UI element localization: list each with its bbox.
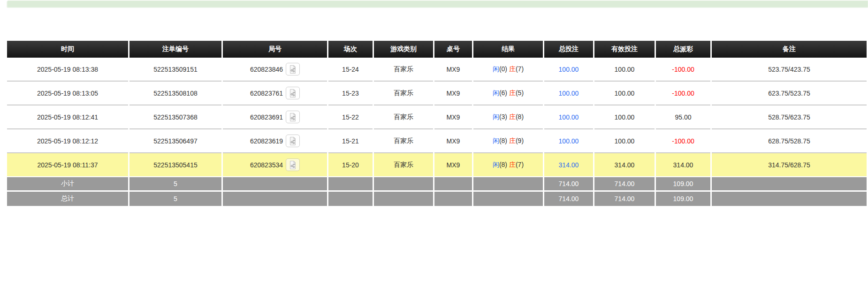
cell-result: 闲(6) 庄(5) (473, 82, 543, 105)
header-cell-payout: 总派彩 (656, 41, 710, 58)
cell-bet-id: 522513505415 (129, 153, 221, 177)
cell-session: 15-21 (328, 129, 373, 153)
cell-payout: -100.00 (656, 82, 710, 105)
cell-round-id: 620823846 (223, 58, 327, 82)
table-header-row: 时间 注单编号 局号 场次 游戏类别 桌号 结果 总投注 有效投注 总派彩 备注 (7, 41, 867, 58)
replay-button[interactable] (286, 63, 300, 75)
replay-button[interactable] (286, 87, 300, 99)
result-player-score: (3) (499, 113, 507, 120)
header-cell-bet-id: 注单编号 (129, 41, 221, 58)
table-row[interactable]: 2025-05-19 08:12:41 522513507368 6208236… (7, 105, 867, 129)
cell-session: 15-23 (328, 82, 373, 105)
header-cell-table-id: 桌号 (434, 41, 472, 58)
cell-payout: -100.00 (656, 58, 710, 82)
summary-empty-cell (434, 192, 472, 206)
cell-round-id: 620823619 (223, 129, 327, 153)
cell-game-type: 百家乐 (374, 129, 433, 153)
total-bet-link[interactable]: 314.00 (559, 161, 579, 169)
subtotal-count: 5 (129, 177, 221, 192)
header-cell-valid-bet: 有效投注 (594, 41, 655, 58)
result-banker-score: (7) (516, 65, 524, 73)
cell-session: 15-22 (328, 105, 373, 129)
cell-result: 闲(8) 庄(7) (473, 153, 543, 177)
bet-records-table-wrap: 时间 注单编号 局号 场次 游戏类别 桌号 结果 总投注 有效投注 总派彩 备注… (6, 41, 868, 206)
video-replay-icon (288, 65, 297, 74)
summary-empty-cell (712, 177, 867, 192)
grand-total-row: 总计 5 714.00 714.00 109.00 (7, 192, 867, 206)
summary-empty-cell (223, 192, 327, 206)
table-summary: 小计 5 714.00 714.00 109.00 总计 5 (7, 177, 867, 206)
cell-round-id: 620823761 (223, 82, 327, 105)
grand-total-payout: 109.00 (656, 192, 710, 206)
cell-table-id: MX9 (434, 129, 472, 153)
table-body: 2025-05-19 08:13:38 522513509151 6208238… (7, 58, 867, 177)
cell-total-bet: 100.00 (544, 82, 593, 105)
round-id-text: 620823619 (250, 137, 283, 145)
summary-empty-cell (712, 192, 867, 206)
header-cell-result: 结果 (473, 41, 543, 58)
total-bet-link[interactable]: 100.00 (559, 90, 579, 97)
result-banker-score: (9) (516, 137, 524, 144)
table-row[interactable]: 2025-05-19 08:12:12 522513506497 6208236… (7, 129, 867, 153)
result-player-score: (8) (499, 161, 507, 168)
replay-button[interactable] (286, 158, 300, 171)
table-header: 时间 注单编号 局号 场次 游戏类别 桌号 结果 总投注 有效投注 总派彩 备注 (7, 41, 867, 58)
result-player-label: 闲 (493, 65, 499, 73)
result-banker-score: (5) (516, 89, 524, 97)
round-id-text: 620823761 (250, 90, 283, 97)
total-bet-link[interactable]: 100.00 (559, 137, 579, 145)
summary-empty-cell (434, 177, 472, 192)
header-cell-time: 时间 (7, 41, 128, 58)
summary-empty-cell (374, 192, 433, 206)
cell-time: 2025-05-19 08:13:05 (7, 82, 128, 105)
table-row[interactable]: 2025-05-19 08:13:38 522513509151 6208238… (7, 58, 867, 82)
result-player-label: 闲 (493, 161, 499, 168)
cell-valid-bet: 100.00 (594, 105, 655, 129)
cell-payout: -100.00 (656, 129, 710, 153)
result-player-label: 闲 (493, 137, 499, 144)
cell-bet-id: 522513506497 (129, 129, 221, 153)
result-banker-label: 庄 (509, 137, 516, 144)
cell-time: 2025-05-19 08:12:41 (7, 105, 128, 129)
round-id-text: 620823534 (250, 161, 283, 169)
cell-round-id: 620823534 (223, 153, 327, 177)
result-player-score: (0) (499, 65, 507, 73)
result-player-label: 闲 (493, 89, 499, 97)
subtotal-payout: 109.00 (656, 177, 710, 192)
cell-remark: 528.75/623.75 (712, 105, 867, 129)
cell-remark: 314.75/628.75 (712, 153, 867, 177)
cell-bet-id: 522513508108 (129, 82, 221, 105)
cell-round-id: 620823691 (223, 105, 327, 129)
result-player-score: (8) (499, 137, 507, 144)
subtotal-row: 小计 5 714.00 714.00 109.00 (7, 177, 867, 192)
cell-total-bet: 100.00 (544, 105, 593, 129)
replay-button[interactable] (286, 111, 300, 123)
cell-table-id: MX9 (434, 105, 472, 129)
cell-result: 闲(0) 庄(7) (473, 58, 543, 82)
cell-game-type: 百家乐 (374, 58, 433, 82)
grand-total-label: 总计 (7, 192, 128, 206)
cell-payout: 314.00 (656, 153, 710, 177)
video-replay-icon (288, 89, 297, 98)
bet-records-table: 时间 注单编号 局号 场次 游戏类别 桌号 结果 总投注 有效投注 总派彩 备注… (6, 41, 868, 206)
replay-button[interactable] (286, 135, 300, 147)
summary-empty-cell (328, 177, 373, 192)
table-row[interactable]: 2025-05-19 08:13:05 522513508108 6208237… (7, 82, 867, 105)
summary-empty-cell (473, 177, 543, 192)
result-banker-score: (7) (516, 161, 524, 168)
total-bet-link[interactable]: 100.00 (559, 66, 579, 73)
table-row[interactable]: 2025-05-19 08:11:37 522513505415 6208235… (7, 153, 867, 177)
total-bet-link[interactable]: 100.00 (559, 113, 579, 121)
grand-total-total-bet: 714.00 (544, 192, 593, 206)
cell-valid-bet: 100.00 (594, 58, 655, 82)
video-replay-icon (288, 112, 297, 122)
cell-remark: 628.75/528.75 (712, 129, 867, 153)
cell-table-id: MX9 (434, 153, 472, 177)
result-banker-label: 庄 (509, 89, 516, 97)
cell-time: 2025-05-19 08:11:37 (7, 153, 128, 177)
video-replay-icon (288, 160, 297, 170)
cell-bet-id: 522513507368 (129, 105, 221, 129)
cell-payout: 95.00 (656, 105, 710, 129)
header-cell-total-bet: 总投注 (544, 41, 593, 58)
cell-game-type: 百家乐 (374, 105, 433, 129)
